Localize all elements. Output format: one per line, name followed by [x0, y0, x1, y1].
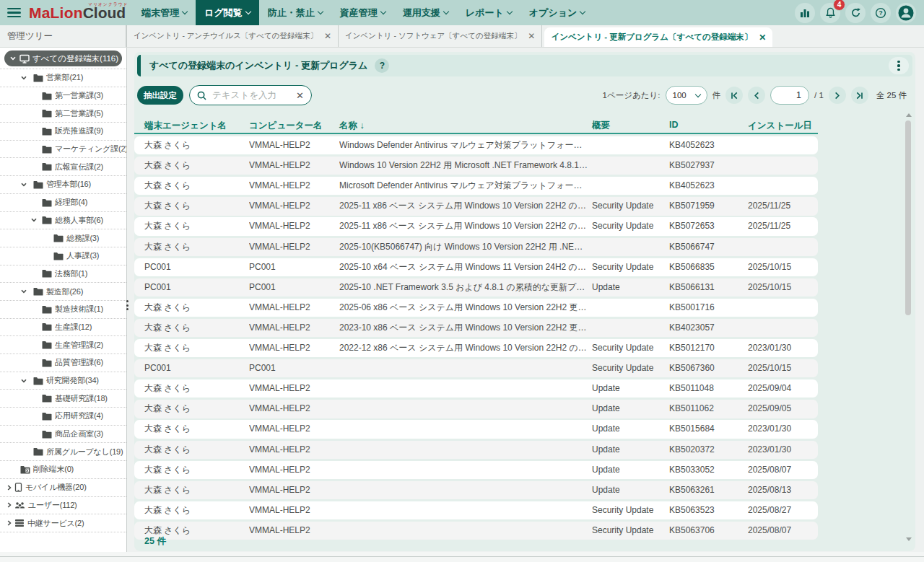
- tree-item-15[interactable]: 生産課(12): [0, 319, 126, 337]
- table-row-13[interactable]: 大森 さくらVMMAL-HELP2UpdateKB50110622025/09/…: [134, 400, 818, 418]
- tree-item-6[interactable]: 広報宣伝課(2): [0, 158, 126, 176]
- users-icon: [14, 501, 25, 509]
- extract-settings-button[interactable]: 抽出設定: [137, 86, 183, 105]
- help-button[interactable]: ?: [871, 3, 891, 23]
- table-row-11[interactable]: PC001PC001Security UpdateKB50673602025/1…: [134, 359, 818, 377]
- page-number-input[interactable]: [770, 86, 809, 105]
- table-row-5[interactable]: 大森 さくらVMMAL-HELP22025-10(KB5066747) 向け W…: [134, 238, 818, 256]
- next-page-button[interactable]: [829, 87, 846, 104]
- scrollbar-down-arrow[interactable]: [906, 537, 912, 541]
- cell-id: KB5072653: [669, 217, 744, 235]
- table-row-9[interactable]: 大森 さくらVMMAL-HELP22023-10 x86 ベース システム用 W…: [134, 319, 818, 337]
- tree-item-1[interactable]: 営業部(21): [0, 69, 126, 87]
- column-header-id[interactable]: ID: [669, 120, 679, 130]
- table-row-2[interactable]: 大森 さくらVMMAL-HELP2Microsoft Defender Anti…: [134, 177, 818, 195]
- hamburger-menu-icon[interactable]: [7, 8, 21, 17]
- account-button[interactable]: [896, 3, 916, 23]
- logo-ruby-text: マリオンクラウド: [88, 1, 128, 8]
- tab-close-icon[interactable]: ✕: [528, 31, 535, 41]
- nav-item-5[interactable]: レポート: [457, 0, 520, 25]
- table-row-14[interactable]: 大森 さくらVMMAL-HELP2UpdateKB50156842023/01/…: [134, 420, 818, 438]
- nav-item-0[interactable]: 端末管理: [133, 0, 196, 25]
- nav-item-3[interactable]: 資産管理: [331, 0, 394, 25]
- tree-item-21[interactable]: 商品企画室(3): [0, 426, 126, 444]
- tree-item-12[interactable]: 法務部(1): [0, 265, 126, 284]
- table-row-7[interactable]: PC001PC0012025-10 .NET Framework 3.5 および…: [134, 278, 818, 297]
- column-header-computer[interactable]: コンピューター名: [249, 120, 322, 132]
- table-row-8[interactable]: 大森 さくらVMMAL-HELP22025-06 x86 ベース システム用 W…: [134, 299, 818, 317]
- table-row-16[interactable]: 大森 さくらVMMAL-HELP2UpdateKB50330522025/08/…: [134, 461, 818, 479]
- first-page-button[interactable]: [725, 87, 743, 104]
- column-header-name[interactable]: 名称 ↓: [339, 120, 365, 132]
- tree-item-20[interactable]: 応用研究課(4): [0, 408, 126, 426]
- tab-1[interactable]: インベントリ - ソフトウェア〔すべての登録端末〕✕: [339, 25, 542, 47]
- tab-2[interactable]: インベントリ - 更新プログラム〔すべての登録端末〕✕: [544, 27, 772, 47]
- nav-item-1[interactable]: ログ閲覧: [196, 0, 259, 25]
- cell-computer: VMMAL-HELP2: [249, 299, 336, 317]
- table-row-4[interactable]: 大森 さくらVMMAL-HELP22025-11 x86 ベース システム用 W…: [134, 217, 818, 235]
- tab-0[interactable]: インベントリ - アンチウイルス〔すべての登録端末〕✕: [127, 25, 339, 47]
- column-header-summary[interactable]: 概要: [592, 120, 610, 132]
- table-row-18[interactable]: 大森 さくらVMMAL-HELP2Security UpdateKB506352…: [134, 501, 818, 519]
- dashboard-chart-button[interactable]: [795, 3, 815, 23]
- total-count-label: 全 25 件: [876, 90, 907, 101]
- cell-computer: VMMAL-HELP2: [249, 319, 336, 337]
- cell-summary: Update: [592, 441, 666, 459]
- tree-item-8[interactable]: 経理部(4): [0, 194, 126, 212]
- nav-item-6[interactable]: オプション: [520, 0, 594, 25]
- nav-item-2[interactable]: 防止・禁止: [259, 0, 331, 25]
- title-help-icon[interactable]: ?: [375, 58, 389, 73]
- scrollbar-thumb[interactable]: [905, 120, 911, 315]
- table-row-6[interactable]: PC001PC0012025-10 x64 ベース システム用 Windows …: [134, 258, 818, 276]
- cell-id: KB5027937: [669, 157, 744, 175]
- tree-item-18[interactable]: 研究開発部(34): [0, 372, 126, 390]
- last-page-button[interactable]: [851, 87, 868, 104]
- chevron-down-icon: [443, 8, 449, 14]
- column-header-date[interactable]: インストール日: [748, 120, 812, 132]
- sidebar-resize-gripper[interactable]: [124, 300, 131, 310]
- tree-item-11[interactable]: 人事課(3): [0, 247, 126, 265]
- folder-icon: [42, 269, 52, 278]
- tree-item-24[interactable]: モバイル機器(20): [0, 479, 126, 497]
- table-row-17[interactable]: 大森 さくらVMMAL-HELP2UpdateKB50632612025/08/…: [134, 481, 818, 499]
- search-clear-icon[interactable]: ✕: [296, 91, 304, 100]
- tree-item-9[interactable]: 総務人事部(6): [0, 212, 126, 230]
- table-row-3[interactable]: 大森 さくらVMMAL-HELP22025-11 x86 ベース システム用 W…: [134, 197, 818, 215]
- tab-close-icon[interactable]: ✕: [759, 32, 766, 43]
- prev-page-button[interactable]: [748, 87, 765, 104]
- tree-item-19[interactable]: 基礎研究課(18): [0, 390, 126, 408]
- more-options-button[interactable]: [889, 57, 909, 74]
- tree-item-16[interactable]: 生産管理課(2): [0, 336, 126, 354]
- table-row-15[interactable]: 大森 さくらVMMAL-HELP2UpdateKB50203722023/01/…: [134, 441, 818, 459]
- tab-close-icon[interactable]: ✕: [324, 31, 331, 41]
- cell-id: KB5012170: [669, 339, 744, 357]
- tree-item-25[interactable]: ユーザー(112): [0, 497, 126, 515]
- cell-name: 2025-10(KB5066747) 向け Windows 10 Version…: [339, 238, 588, 256]
- per-page-select[interactable]: 100: [666, 86, 707, 105]
- tree-item-4[interactable]: 販売推進課(9): [0, 123, 126, 141]
- tree-item-5[interactable]: マーケティング課(2): [0, 141, 126, 159]
- tree-item-14[interactable]: 製造技術課(1): [0, 301, 126, 319]
- tree-item-22[interactable]: 所属グループなし(19): [0, 443, 126, 461]
- tree-item-2[interactable]: 第一営業課(3): [0, 87, 126, 105]
- app-logo[interactable]: MaLion Cloud マリオンクラウド: [29, 4, 126, 22]
- tree-item-13[interactable]: 製造部(26): [0, 283, 126, 301]
- refresh-button[interactable]: [845, 3, 866, 23]
- column-header-agent[interactable]: 端末エージェント名: [144, 120, 227, 132]
- table-row-1[interactable]: 大森 さくらVMMAL-HELP2Windows 10 Version 22H2…: [134, 157, 818, 175]
- tree-item-26[interactable]: 中継サービス(2): [0, 514, 126, 532]
- nav-item-4[interactable]: 運用支援: [394, 0, 457, 25]
- tree-item-23[interactable]: 削除端末(0): [0, 461, 126, 479]
- tree-item-3[interactable]: 第二営業課(5): [0, 105, 126, 123]
- tree-item-17[interactable]: 品質管理課(6): [0, 354, 126, 372]
- table-row-12[interactable]: 大森 さくらVMMAL-HELP2UpdateKB50110482025/09/…: [134, 379, 818, 398]
- tree-item-10[interactable]: 総務課(3): [0, 229, 126, 247]
- tree-item-all-terminals[interactable]: すべての登録端末(116): [4, 51, 122, 66]
- scrollbar-up-arrow[interactable]: [906, 113, 912, 117]
- search-input[interactable]: [212, 90, 290, 100]
- table-row-0[interactable]: 大森 さくらVMMAL-HELP2Windows Defender Antivi…: [134, 136, 818, 154]
- notifications-button[interactable]: 4: [820, 3, 840, 23]
- table-row-19[interactable]: 大森 さくらVMMAL-HELP2Security UpdateKB506370…: [134, 522, 818, 540]
- table-row-10[interactable]: 大森 さくらVMMAL-HELP22022-12 x86 ベース システム用 W…: [134, 339, 818, 357]
- tree-item-7[interactable]: 管理本部(16): [0, 176, 126, 194]
